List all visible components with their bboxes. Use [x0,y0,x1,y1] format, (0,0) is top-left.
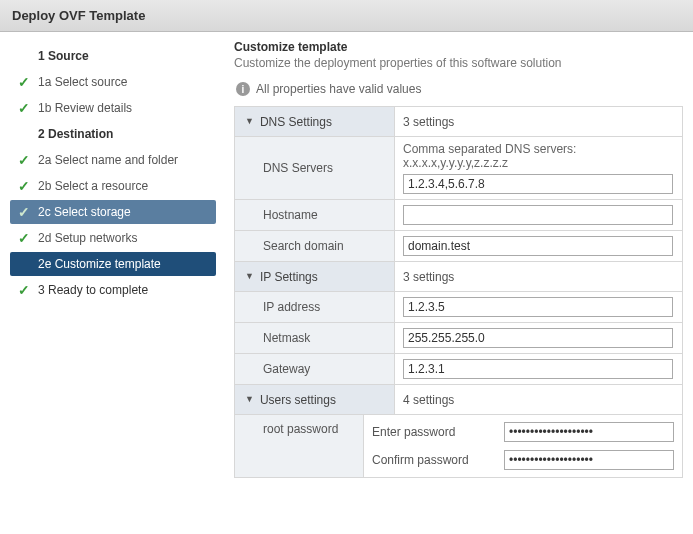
collapse-icon: ▼ [245,116,254,126]
field-label: IP address [263,300,320,314]
step-2-destination[interactable]: 2 Destination [10,122,216,146]
field-label: Search domain [263,239,344,253]
gateway-input[interactable] [403,359,673,379]
section-ip[interactable]: ▼ IP Settings 3 settings [235,262,682,292]
row-search-domain: Search domain [235,231,682,262]
collapse-icon: ▼ [245,394,254,404]
check-icon: ✓ [16,101,32,115]
step-label: 2b Select a resource [38,179,210,193]
step-2c-select-storage[interactable]: ✓ 2c Select storage [10,200,216,224]
section-count: 3 settings [403,115,674,129]
row-hostname: Hostname [235,200,682,231]
search-domain-input[interactable] [403,236,673,256]
step-label: 1b Review details [38,101,210,115]
step-2e-customize-template[interactable]: 2e Customize template [10,252,216,276]
field-label: Netmask [263,331,310,345]
info-icon: i [236,82,250,96]
check-icon: ✓ [16,283,32,297]
section-count: 3 settings [403,270,674,284]
enter-password-label: Enter password [372,425,492,439]
field-label: Gateway [263,362,310,376]
step-3-ready[interactable]: ✓ 3 Ready to complete [10,278,216,302]
collapse-icon: ▼ [245,271,254,281]
validation-text: All properties have valid values [256,82,421,96]
page-subtitle: Customize the deployment properties of t… [234,56,683,70]
step-label: 3 Ready to complete [38,283,210,297]
dns-servers-input[interactable] [403,174,673,194]
step-1b-review-details[interactable]: ✓ 1b Review details [10,96,216,120]
step-2d-setup-networks[interactable]: ✓ 2d Setup networks [10,226,216,250]
confirm-password-label: Confirm password [372,453,492,467]
validation-status: i All properties have valid values [236,82,683,96]
row-dns-servers: DNS Servers Comma separated DNS servers:… [235,137,682,200]
check-icon: ✓ [16,179,32,193]
step-label: 2d Setup networks [38,231,210,245]
section-dns[interactable]: ▼ DNS Settings 3 settings [235,107,682,137]
row-ip-address: IP address [235,292,682,323]
section-label: DNS Settings [260,115,332,129]
section-label: IP Settings [260,270,318,284]
step-label: 2c Select storage [38,205,210,219]
row-netmask: Netmask [235,323,682,354]
check-icon: ✓ [16,205,32,219]
step-1-source[interactable]: 1 Source [10,44,216,68]
step-2b-select-resource[interactable]: ✓ 2b Select a resource [10,174,216,198]
step-label: 1a Select source [38,75,210,89]
step-label: 1 Source [38,49,210,63]
step-label: 2e Customize template [38,257,210,271]
ip-address-input[interactable] [403,297,673,317]
root-password-confirm-input[interactable] [504,450,674,470]
row-root-password: root password Enter password Confirm pas… [235,415,682,478]
step-2a-select-name[interactable]: ✓ 2a Select name and folder [10,148,216,172]
root-password-input[interactable] [504,422,674,442]
field-label: Hostname [263,208,318,222]
section-count: 4 settings [403,393,674,407]
field-label: root password [263,422,338,436]
step-label: 2 Destination [38,127,210,141]
check-icon: ✓ [16,231,32,245]
section-label: Users settings [260,393,336,407]
page-title: Customize template [234,40,683,54]
row-gateway: Gateway [235,354,682,385]
dialog-title: Deploy OVF Template [0,0,693,32]
hostname-input[interactable] [403,205,673,225]
field-hint: Comma separated DNS servers: x.x.x.x,y.y… [403,142,674,170]
field-label: DNS Servers [263,161,333,175]
section-users[interactable]: ▼ Users settings 4 settings [235,385,682,415]
properties-form: ▼ DNS Settings 3 settings DNS Servers Co… [234,106,683,478]
step-label: 2a Select name and folder [38,153,210,167]
step-1a-select-source[interactable]: ✓ 1a Select source [10,70,216,94]
wizard-sidebar: 1 Source ✓ 1a Select source ✓ 1b Review … [0,32,220,533]
check-icon: ✓ [16,75,32,89]
netmask-input[interactable] [403,328,673,348]
check-icon: ✓ [16,153,32,167]
main-panel: Customize template Customize the deploym… [220,32,693,533]
